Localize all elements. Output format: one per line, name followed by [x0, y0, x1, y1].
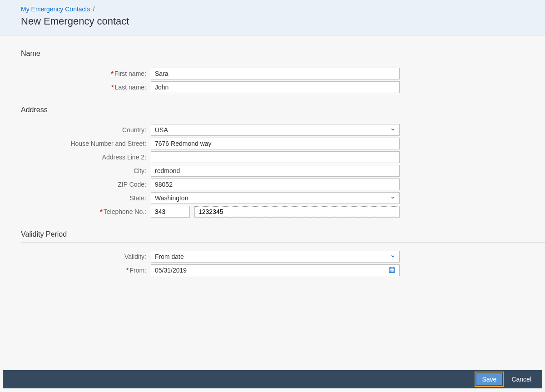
- footer-bar: Save Cancel: [3, 370, 542, 388]
- label-first-name: *First name:: [21, 70, 151, 77]
- section-title-name: Name: [21, 50, 524, 60]
- label-zip: ZIP Code:: [21, 181, 151, 188]
- chevron-down-icon: [390, 126, 396, 134]
- select-state-value: Washington: [155, 194, 188, 202]
- label-address-line-2: Address Line 2:: [21, 154, 151, 161]
- input-zip[interactable]: [151, 179, 400, 190]
- label-telephone: *Telephone No.:: [21, 208, 151, 215]
- input-last-name[interactable]: [151, 81, 400, 93]
- svg-point-7: [391, 271, 391, 272]
- select-country-value: USA: [155, 126, 168, 134]
- svg-point-4: [391, 270, 391, 270]
- input-address-line-2[interactable]: [151, 151, 400, 163]
- section-title-validity: Validity Period: [21, 230, 545, 243]
- svg-point-5: [392, 270, 392, 270]
- label-from: *From:: [21, 267, 151, 274]
- calendar-icon[interactable]: [388, 266, 396, 275]
- input-telephone-area[interactable]: [151, 206, 190, 218]
- breadcrumb: My Emergency Contacts /: [21, 5, 524, 13]
- section-validity: Validity Period Validity: From date *Fro…: [21, 230, 524, 276]
- breadcrumb-separator: /: [93, 5, 94, 13]
- from-date-value: 05/31/2019: [155, 267, 187, 274]
- label-last-name: *Last name:: [21, 84, 151, 91]
- select-country[interactable]: USA: [151, 124, 400, 136]
- save-button[interactable]: Save: [476, 373, 502, 386]
- label-street: House Number and Street:: [21, 140, 151, 147]
- breadcrumb-parent-link[interactable]: My Emergency Contacts: [21, 5, 90, 13]
- input-from-date[interactable]: 05/31/2019: [151, 264, 400, 276]
- select-state[interactable]: Washington: [151, 192, 400, 204]
- section-name: Name *First name: *Last name:: [21, 50, 524, 93]
- svg-point-9: [393, 271, 393, 272]
- label-city: City:: [21, 167, 151, 174]
- svg-point-8: [392, 271, 392, 272]
- label-validity: Validity:: [21, 253, 151, 260]
- label-state: State:: [21, 194, 151, 202]
- input-first-name[interactable]: [151, 68, 400, 79]
- svg-point-6: [393, 270, 393, 270]
- input-telephone-number[interactable]: [194, 206, 400, 218]
- label-country: Country:: [21, 126, 151, 134]
- page-title: New Emergency contact: [21, 15, 524, 27]
- section-address: Address Country: USA House Number and St…: [21, 106, 524, 218]
- cancel-button[interactable]: Cancel: [506, 373, 537, 386]
- select-validity[interactable]: From date: [151, 251, 400, 263]
- input-city[interactable]: [151, 165, 400, 177]
- chevron-down-icon: [390, 253, 396, 260]
- input-street[interactable]: [151, 138, 400, 149]
- select-validity-value: From date: [155, 253, 184, 260]
- chevron-down-icon: [390, 194, 396, 202]
- section-title-address: Address: [21, 106, 524, 116]
- page-header: My Emergency Contacts / New Emergency co…: [0, 0, 545, 36]
